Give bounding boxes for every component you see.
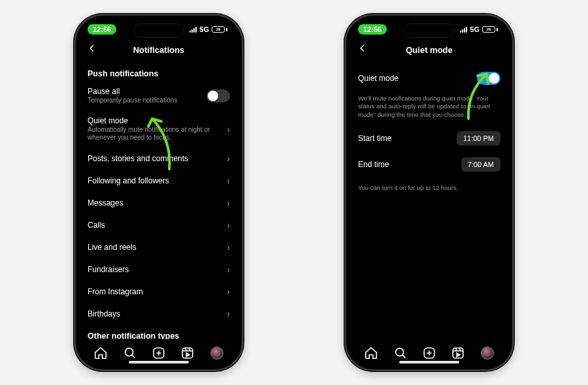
svg-line-1 [132, 355, 135, 358]
notch [133, 23, 184, 38]
row-start-time[interactable]: Start time 11:00 PM [358, 125, 500, 151]
profile-avatar[interactable] [210, 346, 224, 360]
row-quiet-mode[interactable]: Quiet mode Automatically mute notificati… [88, 110, 230, 147]
row-end-time[interactable]: End time 7:00 AM [358, 151, 500, 177]
end-time-value[interactable]: 7:00 AM [461, 157, 500, 172]
pause-all-sub: Temporarily pause notifications [88, 97, 201, 104]
svg-line-10 [402, 355, 405, 358]
list-item-label: Birthdays [88, 309, 221, 318]
home-icon[interactable] [364, 346, 378, 360]
list-item-label: Following and followers [88, 176, 221, 185]
chevron-right-icon: › [227, 220, 230, 230]
list-item[interactable]: Birthdays› [88, 303, 230, 325]
quiet-toggle[interactable] [477, 72, 500, 85]
svg-point-9 [395, 348, 403, 356]
nav-header: Notifications [78, 40, 239, 59]
chevron-right-icon: › [227, 198, 230, 208]
list-item[interactable]: From Instagram› [88, 281, 230, 303]
chevron-right-icon: › [227, 153, 230, 164]
list-item-label: From Instagram [88, 287, 221, 296]
list-item[interactable]: Fundraisers› [88, 258, 230, 281]
chevron-right-icon: › [227, 176, 230, 186]
network-label: 5G [470, 25, 480, 33]
page-title: Notifications [133, 45, 185, 55]
start-time-label: Start time [358, 134, 451, 143]
svg-point-0 [125, 348, 133, 356]
nav-header: Quiet mode [349, 40, 510, 59]
list-item-label: Fundraisers [88, 265, 221, 274]
signal-icon [189, 27, 197, 33]
page-title: Quiet mode [406, 45, 453, 55]
chevron-right-icon: › [227, 309, 230, 319]
list-item-label: Posts, stories and comments [88, 154, 221, 163]
svg-rect-5 [183, 348, 193, 358]
home-indicator [129, 361, 189, 363]
phone-left: 12:56 5G 29 Notifications Push notificat… [74, 14, 244, 371]
chevron-right-icon: › [227, 264, 230, 275]
status-time: 12:56 [358, 24, 387, 35]
list-item-label: Messages [88, 198, 221, 208]
quiet-mode-sub: Automatically mute notifications at nigh… [88, 126, 221, 142]
home-icon[interactable] [93, 346, 108, 360]
quiet-mode-label: Quiet mode [88, 116, 221, 125]
content-area: Push notifications Pause all Temporarily… [78, 59, 239, 339]
notch [404, 23, 455, 38]
quiet-description: We'll mute notifications during quiet mo… [358, 95, 500, 119]
search-icon[interactable] [393, 346, 408, 360]
svg-rect-14 [453, 348, 464, 358]
section-other: Other notification types [88, 331, 230, 339]
create-icon[interactable] [422, 346, 436, 360]
back-button[interactable] [88, 43, 97, 55]
chevron-right-icon: › [227, 286, 230, 297]
network-label: 5G [199, 25, 209, 33]
list-item[interactable]: Following and followers› [88, 170, 230, 192]
pause-all-label: Pause all [88, 87, 201, 96]
signal-icon [460, 27, 467, 33]
chevron-right-icon: › [227, 124, 230, 134]
profile-avatar[interactable] [480, 346, 495, 360]
create-icon[interactable] [152, 346, 166, 360]
back-button[interactable] [358, 43, 367, 55]
status-time: 12:56 [88, 24, 116, 35]
list-item-label: Calls [88, 221, 221, 230]
pause-all-toggle[interactable] [206, 89, 230, 102]
quiet-hint: You can turn it on for up to 12 hours. [358, 184, 500, 191]
chevron-right-icon: › [227, 242, 230, 253]
list-item-label: Live and reels [88, 243, 221, 252]
list-item[interactable]: Live and reels› [88, 236, 230, 258]
quiet-label: Quiet mode [358, 74, 472, 83]
search-icon[interactable] [123, 346, 137, 360]
list-item[interactable]: Messages› [88, 192, 230, 214]
list-item[interactable]: Calls› [88, 214, 230, 236]
phone-right: 12:56 5G 29 Quiet mode Quiet mode We'll … [344, 14, 514, 371]
end-time-label: End time [358, 160, 456, 169]
row-quiet-toggle[interactable]: Quiet mode [358, 63, 500, 91]
section-push: Push notifications [88, 69, 230, 78]
reels-icon[interactable] [451, 346, 465, 360]
content-area: Quiet mode We'll mute notifications duri… [349, 59, 510, 339]
list-item[interactable]: Posts, stories and comments› [88, 147, 230, 170]
reels-icon[interactable] [180, 346, 195, 360]
home-indicator [399, 361, 459, 363]
battery-icon: 29 [482, 26, 498, 33]
start-time-value[interactable]: 11:00 PM [457, 131, 500, 146]
row-pause-all[interactable]: Pause all Temporarily pause notification… [88, 81, 230, 110]
battery-icon: 29 [212, 26, 227, 33]
